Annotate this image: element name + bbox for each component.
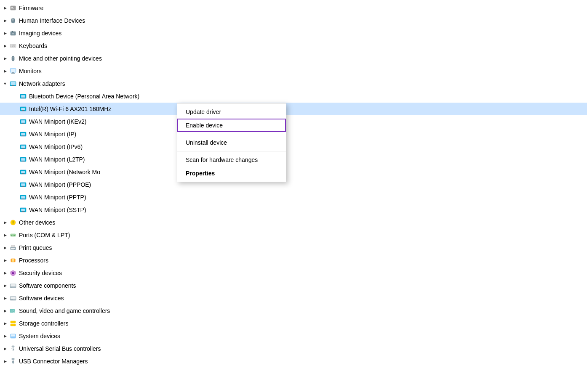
chevron-network bbox=[2, 80, 8, 87]
chevron-human-interface bbox=[2, 17, 8, 24]
svg-rect-29 bbox=[21, 95, 25, 98]
tree-item-label-network: Network adapters bbox=[19, 80, 65, 87]
svg-text:!: ! bbox=[12, 220, 13, 225]
tree-item-wan-pptp[interactable]: WAN Miniport (PPTP) bbox=[0, 191, 587, 204]
menu-item-scan-hardware[interactable]: Scan for hardware changes bbox=[177, 153, 286, 167]
svg-rect-53 bbox=[21, 196, 25, 199]
software-comp-icon bbox=[9, 282, 17, 289]
other-icon: ! bbox=[9, 219, 17, 226]
chevron-keyboards bbox=[2, 42, 8, 49]
svg-rect-51 bbox=[22, 186, 24, 187]
tree-item-label-processors: Processors bbox=[19, 257, 48, 264]
tree-item-wifi[interactable]: Intel(R) Wi-Fi 6 AX201 160MHz bbox=[0, 103, 587, 115]
tree-item-wan-ikev2[interactable]: WAN Miniport (IKEv2) bbox=[0, 115, 587, 128]
chevron-other bbox=[2, 219, 8, 226]
tree-item-label-storage: Storage controllers bbox=[19, 320, 69, 327]
svg-rect-44 bbox=[21, 158, 25, 161]
firmware-icon bbox=[9, 4, 17, 12]
tree-item-wan-sstp[interactable]: WAN Miniport (SSTP) bbox=[0, 204, 587, 216]
tree-item-imaging[interactable]: Imaging devices bbox=[0, 27, 587, 40]
tree-item-bluetooth[interactable]: Bluetooth Device (Personal Area Network) bbox=[0, 90, 587, 103]
svg-rect-66 bbox=[11, 248, 15, 249]
chevron-usb bbox=[2, 345, 8, 352]
svg-rect-80 bbox=[11, 287, 12, 288]
tree-item-software-dev[interactable]: Software devices bbox=[0, 292, 587, 305]
tree-item-system[interactable]: System devices bbox=[0, 330, 587, 342]
svg-rect-56 bbox=[21, 209, 25, 211]
svg-rect-2 bbox=[11, 8, 14, 8]
tree-item-wan-pppoe[interactable]: WAN Miniport (PPPOE) bbox=[0, 178, 587, 191]
tree-item-software-comp[interactable]: Software components bbox=[0, 279, 587, 292]
tree-item-sound[interactable]: Sound, video and game controllers bbox=[0, 305, 587, 317]
tree-item-label-print: Print queues bbox=[19, 244, 52, 251]
tree-item-label-wifi: Intel(R) Wi-Fi 6 AX201 160MHz bbox=[29, 106, 111, 112]
chevron-monitors bbox=[2, 68, 8, 74]
svg-rect-69 bbox=[12, 259, 14, 262]
tree-item-storage[interactable]: Storage controllers bbox=[0, 317, 587, 330]
tree-item-human-interface[interactable]: Human Interface Devices bbox=[0, 14, 587, 27]
tree-item-monitors[interactable]: Monitors bbox=[0, 65, 587, 77]
chevron-system bbox=[2, 333, 8, 339]
tree-item-network[interactable]: Network adapters bbox=[0, 77, 587, 90]
tree-item-label-ports: Ports (COM & LPT) bbox=[19, 232, 70, 238]
tree-item-security[interactable]: Security devices bbox=[0, 267, 587, 279]
tree-item-label-wan-ipv6: WAN Miniport (IPv6) bbox=[29, 143, 83, 150]
hid-icon bbox=[9, 17, 17, 24]
tree-item-label-wan-sstp: WAN Miniport (SSTP) bbox=[29, 207, 86, 213]
tree-item-wan-network[interactable]: WAN Miniport (Network Mo bbox=[0, 166, 587, 178]
chevron-mice bbox=[2, 55, 8, 62]
tree-item-mice[interactable]: Mice and other pointing devices bbox=[0, 52, 587, 65]
tree-item-label-mice: Mice and other pointing devices bbox=[19, 55, 102, 62]
tree-item-usb[interactable]: Universal Serial Bus controllers bbox=[0, 342, 587, 355]
svg-rect-1 bbox=[11, 7, 13, 8]
menu-item-uninstall-device[interactable]: Uninstall device bbox=[177, 136, 286, 149]
tree-item-keyboards[interactable]: Keyboards bbox=[0, 40, 587, 52]
keyboard-icon bbox=[9, 42, 17, 50]
tree-item-other[interactable]: !Other devices bbox=[0, 216, 587, 229]
network-card-icon bbox=[19, 93, 27, 100]
processor-icon bbox=[9, 257, 17, 264]
svg-rect-32 bbox=[21, 108, 25, 110]
print-icon bbox=[9, 244, 17, 252]
tree-item-wan-ipv6[interactable]: WAN Miniport (IPv6) bbox=[0, 140, 587, 153]
tree-item-label-firmware: Firmware bbox=[19, 5, 43, 11]
tree-item-label-monitors: Monitors bbox=[19, 68, 42, 74]
tree-item-processors[interactable]: Processors bbox=[0, 254, 587, 267]
tree-item-firmware[interactable]: Firmware bbox=[0, 2, 587, 14]
chevron-firmware bbox=[2, 5, 8, 11]
svg-rect-15 bbox=[11, 46, 11, 47]
tree-item-label-usb-connector: USB Connector Managers bbox=[19, 358, 88, 365]
system-icon bbox=[9, 332, 17, 340]
tree-item-print[interactable]: Print queues bbox=[0, 241, 587, 254]
svg-rect-62 bbox=[13, 235, 13, 236]
svg-rect-5 bbox=[13, 18, 14, 21]
menu-item-properties[interactable]: Properties bbox=[177, 167, 286, 180]
tree-item-ports[interactable]: Ports (COM & LPT) bbox=[0, 229, 587, 241]
svg-rect-6 bbox=[11, 21, 15, 21]
usb-connector-icon bbox=[9, 358, 17, 365]
tree-item-label-other: Other devices bbox=[19, 219, 55, 226]
tree-item-label-software-dev: Software devices bbox=[19, 295, 64, 302]
tree-item-label-imaging: Imaging devices bbox=[19, 30, 61, 37]
svg-rect-79 bbox=[11, 284, 16, 286]
network-icon bbox=[9, 80, 17, 87]
imaging-icon bbox=[9, 29, 17, 37]
svg-rect-35 bbox=[21, 120, 25, 123]
tree-item-wan-l2tp[interactable]: WAN Miniport (L2TP) bbox=[0, 153, 587, 166]
chevron-processors bbox=[2, 257, 8, 264]
svg-rect-82 bbox=[11, 297, 16, 299]
menu-divider bbox=[177, 134, 286, 134]
svg-rect-26 bbox=[11, 82, 16, 85]
svg-rect-23 bbox=[12, 72, 14, 73]
network-card-icon bbox=[19, 118, 27, 125]
chevron-usb-connector bbox=[2, 358, 8, 365]
menu-item-enable-device[interactable]: Enable device bbox=[177, 119, 286, 132]
menu-item-update-driver[interactable]: Update driver bbox=[177, 105, 286, 119]
tree-item-label-human-interface: Human Interface Devices bbox=[19, 17, 85, 24]
svg-rect-91 bbox=[11, 337, 15, 337]
tree-item-label-wan-l2tp: WAN Miniport (L2TP) bbox=[29, 156, 85, 163]
tree-item-usb-connector[interactable]: USB Connector Managers bbox=[0, 355, 587, 368]
usb-icon bbox=[9, 345, 17, 352]
svg-point-87 bbox=[14, 322, 15, 323]
tree-item-wan-ip[interactable]: WAN Miniport (IP) bbox=[0, 128, 587, 140]
